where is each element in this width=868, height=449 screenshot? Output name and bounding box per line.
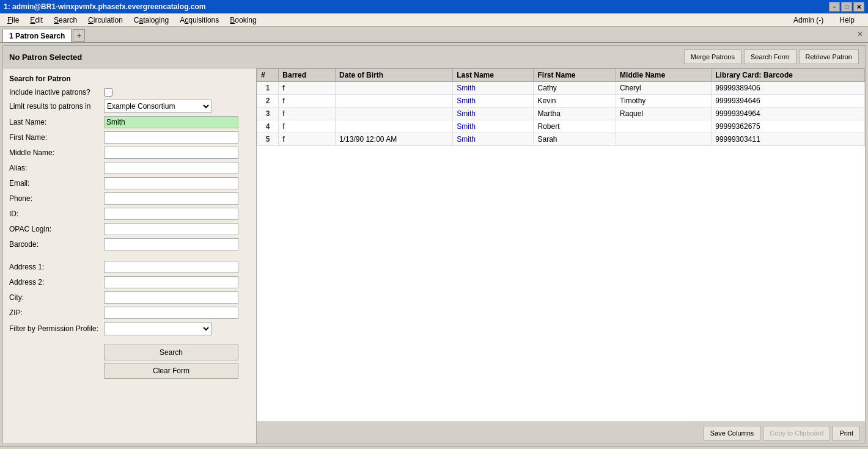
phone-label: Phone: (9, 194, 104, 203)
results-footer: Save Columns Copy to Clipboard Print (257, 422, 865, 444)
filter-label: Filter by Permission Profile: (9, 324, 104, 333)
limit-results-label: Limit results to patrons in (9, 102, 104, 111)
cell-barred: f (279, 108, 336, 120)
maximize-button[interactable]: □ (841, 2, 852, 12)
cell-middle: Timothy (616, 95, 712, 108)
col-first[interactable]: First Name (534, 69, 616, 82)
patron-header: No Patron Selected Merge Patrons Search … (3, 46, 865, 68)
email-input[interactable] (104, 177, 238, 189)
menu-acquisitions[interactable]: Acquisitions (175, 15, 224, 26)
filter-select[interactable] (104, 322, 211, 335)
results-tbody: 1 f Smith Cathy Cheryl 99999389406 2 f S… (257, 82, 865, 146)
cell-last: Smith (453, 108, 534, 120)
cell-dob (336, 108, 453, 120)
table-row[interactable]: 2 f Smith Kevin Timothy 99999394646 (257, 95, 865, 108)
cell-middle (616, 120, 712, 133)
col-barred[interactable]: Barred (279, 69, 336, 82)
col-last[interactable]: Last Name (453, 69, 534, 82)
city-input[interactable] (104, 291, 238, 304)
first-name-label: First Name: (9, 133, 104, 142)
first-name-input[interactable] (104, 131, 238, 144)
address2-input[interactable] (104, 276, 238, 288)
title-bar: 1: admin@BR1-winxpvmfx.phasefx.evergreen… (0, 0, 868, 13)
zip-label: ZIP: (9, 308, 104, 317)
menu-admin[interactable]: Admin (-) (789, 15, 828, 26)
cell-num: 1 (257, 82, 279, 95)
menu-booking[interactable]: Booking (225, 15, 261, 26)
opac-login-label: OPAC Login: (9, 225, 104, 233)
middle-name-input[interactable] (104, 147, 238, 159)
tab-close-button[interactable]: ✕ (857, 30, 863, 38)
search-button[interactable]: Search (104, 345, 238, 360)
menu-search[interactable]: Search (49, 15, 82, 26)
search-panel: Search for Patron Include inactive patro… (3, 68, 257, 444)
cell-dob (336, 95, 453, 108)
menu-help[interactable]: Help (834, 15, 859, 26)
cell-barcode: 99999394646 (712, 95, 865, 108)
barcode-input[interactable] (104, 238, 238, 250)
col-dob[interactable]: Date of Birth (336, 69, 453, 82)
cell-last: Smith (453, 120, 534, 133)
cell-barred: f (279, 82, 336, 95)
include-inactive-checkbox[interactable] (104, 88, 112, 97)
cell-dob (336, 82, 453, 95)
limit-results-select[interactable]: Example Consortium (104, 100, 211, 113)
id-input[interactable] (104, 208, 238, 220)
phone-input[interactable] (104, 192, 238, 205)
menu-edit[interactable]: Edit (25, 15, 48, 26)
cell-barcode: 99999362675 (712, 120, 865, 133)
copy-clipboard-button[interactable]: Copy to Clipboard (763, 426, 830, 440)
close-button[interactable]: ✕ (853, 2, 864, 12)
cell-first: Robert (534, 120, 616, 133)
city-label: City: (9, 293, 104, 302)
cell-num: 2 (257, 95, 279, 108)
search-form-title: Search for Patron (9, 75, 250, 83)
tab-bar: 1 Patron Search + ✕ (0, 27, 868, 43)
retrieve-patron-button[interactable]: Retrieve Patron (799, 49, 859, 64)
address1-input[interactable] (104, 261, 238, 273)
last-name-input[interactable] (104, 116, 238, 128)
menu-circulation[interactable]: Circulation (83, 15, 128, 26)
table-row[interactable]: 4 f Smith Robert 99999362675 (257, 120, 865, 133)
col-barcode[interactable]: Library Card: Barcode (712, 69, 865, 82)
cell-barcode: 99999389406 (712, 82, 865, 95)
cell-barred: f (279, 120, 336, 133)
clear-form-button[interactable]: Clear Form (104, 363, 238, 379)
window-title: 1: admin@BR1-winxpvmfx.phasefx.evergreen… (4, 2, 829, 11)
include-inactive-label: Include inactive patrons? (9, 88, 104, 97)
tab-patron-search[interactable]: 1 Patron Search (2, 29, 72, 42)
merge-patrons-button[interactable]: Merge Patrons (684, 49, 741, 64)
opac-login-input[interactable] (104, 223, 238, 235)
address1-label: Address 1: (9, 263, 104, 271)
cell-dob (336, 120, 453, 133)
id-label: ID: (9, 210, 104, 218)
menu-cataloging[interactable]: Cataloging (129, 15, 174, 26)
table-row[interactable]: 3 f Smith Martha Raquel 99999394964 (257, 108, 865, 120)
table-row[interactable]: 1 f Smith Cathy Cheryl 99999389406 (257, 82, 865, 95)
table-row[interactable]: 5 f 1/13/90 12:00 AM Smith Sarah 9999930… (257, 133, 865, 146)
cell-middle: Cheryl (616, 82, 712, 95)
cell-first: Sarah (534, 133, 616, 146)
print-button[interactable]: Print (833, 426, 860, 440)
content-area: Search for Patron Include inactive patro… (3, 68, 865, 444)
cell-barcode: 99999303411 (712, 133, 865, 146)
cell-num: 3 (257, 108, 279, 120)
col-middle[interactable]: Middle Name (616, 69, 712, 82)
save-columns-button[interactable]: Save Columns (704, 426, 761, 440)
minimize-button[interactable]: – (829, 2, 840, 12)
menu-bar: File Edit Search Circulation Cataloging … (0, 13, 868, 27)
search-form-button[interactable]: Search Form (744, 49, 796, 64)
middle-name-label: Middle Name: (9, 148, 104, 157)
alias-input[interactable] (104, 162, 238, 174)
cell-first: Kevin (534, 95, 616, 108)
zip-input[interactable] (104, 307, 238, 319)
cell-middle: Raquel (616, 108, 712, 120)
cell-last: Smith (453, 95, 534, 108)
email-label: Email: (9, 179, 104, 188)
menu-file[interactable]: File (2, 15, 24, 26)
tab-add-button[interactable]: + (73, 29, 85, 42)
patron-status: No Patron Selected (9, 53, 684, 62)
status-bar (0, 447, 868, 449)
results-panel: # Barred Date of Birth Last Name First N… (257, 68, 865, 444)
last-name-label: Last Name: (9, 118, 104, 126)
